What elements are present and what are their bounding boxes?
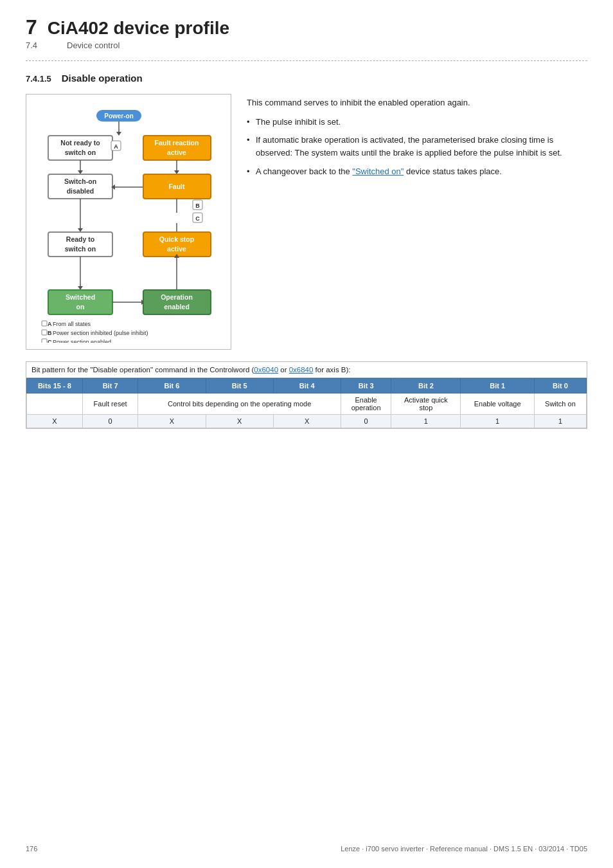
- col-header-bit0: Bit 0: [534, 379, 586, 393]
- col-header-bit7: Bit 7: [82, 379, 138, 393]
- section-number: 7.4: [26, 41, 57, 50]
- description-intro: This command serves to inhibit the enabl…: [247, 96, 587, 109]
- table-caption: Bit pattern for the "Disable operation" …: [26, 362, 587, 378]
- svg-text:Power section enabled: Power section enabled: [53, 339, 111, 343]
- svg-text:Quick stop: Quick stop: [159, 235, 194, 243]
- val-bit0: 1: [534, 415, 586, 428]
- val-bit2: 1: [391, 415, 461, 428]
- description-area: This command serves to inhibit the enabl…: [247, 94, 587, 350]
- svg-text:switch on: switch on: [65, 245, 96, 253]
- subhdr-activate-quick: Activate quickstop: [391, 393, 461, 415]
- svg-text:C: C: [195, 215, 200, 222]
- subsection-title: Disable operation: [62, 73, 143, 84]
- svg-text:enabled: enabled: [164, 303, 190, 311]
- svg-text:From all states: From all states: [53, 321, 91, 327]
- description-list: The pulse inhibit is set. If automatic b…: [247, 116, 587, 178]
- subhdr-control-bits: Control bits depending on the operating …: [138, 393, 341, 415]
- svg-text:A: A: [114, 143, 118, 150]
- svg-marker-3: [116, 132, 121, 136]
- svg-text:Power-on: Power-on: [104, 113, 134, 120]
- subheader-row: Fault reset Control bits depending on th…: [27, 393, 587, 415]
- val-bit4: X: [273, 415, 341, 428]
- subhdr-switch-on: Switch on: [534, 393, 586, 415]
- subsection-heading: 7.4.1.5 Disable operation: [26, 73, 587, 84]
- bullet-1: The pulse inhibit is set.: [247, 116, 587, 129]
- col-header-bits15-8: Bits 15 - 8: [27, 379, 83, 393]
- switched-on-link[interactable]: "Switched on": [352, 167, 404, 176]
- svg-rect-56: [42, 339, 47, 343]
- val-bits15-8: X: [27, 415, 83, 428]
- svg-text:C: C: [48, 339, 52, 343]
- subhdr-enable-voltage: Enable voltage: [461, 393, 535, 415]
- state-diagram-svg: Power-on Not ready to switch on A Fault …: [35, 105, 222, 343]
- state-diagram-box: Power-on Not ready to switch on A Fault …: [26, 94, 231, 350]
- svg-text:Operation: Operation: [161, 293, 193, 301]
- val-bit5: X: [206, 415, 273, 428]
- svg-text:Not ready to: Not ready to: [60, 139, 100, 147]
- svg-text:switch on: switch on: [65, 149, 96, 156]
- col-header-bit3: Bit 3: [341, 379, 391, 393]
- svg-text:Fault: Fault: [168, 183, 185, 190]
- svg-text:B: B: [195, 203, 200, 209]
- col-header-bit1: Bit 1: [461, 379, 535, 393]
- col-header-bit5: Bit 5: [206, 379, 273, 393]
- col-header-bit4: Bit 4: [273, 379, 341, 393]
- doc-info: Lenze · i700 servo inverter · Reference …: [341, 845, 587, 853]
- link-0x6040[interactable]: 0x6040: [254, 366, 278, 374]
- val-bit6: X: [138, 415, 206, 428]
- subheader: 7.4 Device control: [26, 41, 587, 50]
- val-bit7: 0: [82, 415, 138, 428]
- svg-text:active: active: [167, 245, 186, 253]
- svg-rect-50: [42, 321, 47, 326]
- svg-text:Switch-on: Switch-on: [64, 177, 96, 185]
- chapter-header: 7 CiA402 device profile: [26, 15, 587, 39]
- section-title: Device control: [67, 41, 120, 50]
- svg-text:Ready to: Ready to: [66, 235, 94, 243]
- svg-text:on: on: [76, 303, 85, 311]
- subhdr-blank: [27, 393, 83, 415]
- chapter-number: 7: [26, 15, 37, 39]
- page-number: 176: [26, 845, 37, 853]
- val-bit1: 1: [461, 415, 535, 428]
- subsection-number: 7.4.1.5: [26, 74, 51, 84]
- bit-table: Bits 15 - 8 Bit 7 Bit 6 Bit 5 Bit 4 Bit …: [26, 378, 587, 428]
- data-row: X 0 X X X 0 1 1 1: [27, 415, 587, 428]
- svg-text:A: A: [48, 321, 52, 327]
- col-header-bit6: Bit 6: [138, 379, 206, 393]
- svg-text:active: active: [167, 149, 186, 156]
- svg-text:Switched: Switched: [66, 293, 95, 301]
- subhdr-fault-reset: Fault reset: [82, 393, 138, 415]
- svg-rect-53: [42, 330, 47, 335]
- subhdr-enable-op: Enableoperation: [341, 393, 391, 415]
- svg-text:Power section inhibited (pulse: Power section inhibited (pulse inhibit): [53, 330, 148, 336]
- bullet-2: If automatic brake operation is activate…: [247, 134, 587, 159]
- section-divider: [26, 60, 587, 61]
- page-footer: 176 Lenze · i700 servo inverter · Refere…: [26, 845, 587, 853]
- svg-text:disabled: disabled: [67, 187, 94, 195]
- bullet-3: A changeover back to the "Switched on" d…: [247, 165, 587, 178]
- svg-text:B: B: [48, 330, 52, 336]
- svg-text:Fault reaction: Fault reaction: [155, 139, 199, 147]
- link-0x6840[interactable]: 0x6840: [289, 366, 314, 374]
- main-content: Power-on Not ready to switch on A Fault …: [26, 94, 587, 350]
- bit-pattern-table-container: Bit pattern for the "Disable operation" …: [26, 361, 587, 429]
- chapter-title: CiA402 device profile: [48, 18, 229, 39]
- page: 7 CiA402 device profile 7.4 Device contr…: [0, 0, 613, 868]
- col-header-bit2: Bit 2: [391, 379, 461, 393]
- val-bit3: 0: [341, 415, 391, 428]
